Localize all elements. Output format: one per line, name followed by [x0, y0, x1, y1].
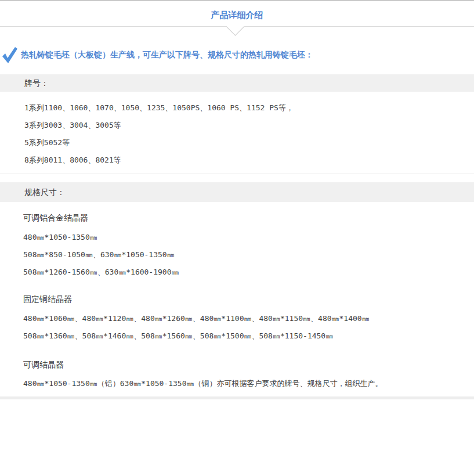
- section-header-spec: 规格尺寸：: [0, 182, 474, 202]
- bottom-divider: [0, 396, 474, 399]
- spec-subtitle: 固定铜结晶器: [23, 294, 429, 304]
- intro-text: 热轧铸锭毛坯（大板锭）生产线，可生产以下牌号、规格尺寸的热轧用铸锭毛坯：: [21, 49, 462, 60]
- section-divider: [0, 174, 474, 174]
- top-border: [0, 0, 474, 1]
- check-icon: [2, 46, 18, 64]
- brand-line: 5系列5052等: [24, 138, 465, 148]
- spec-line: 480㎜*1050-1350㎜: [23, 232, 464, 243]
- spec-line: 508㎜*1260-1560㎜、630㎜*1600-1900㎜: [23, 267, 464, 277]
- spec-subtitle: 可调铝合金结晶器: [23, 212, 429, 223]
- product-detail-page: 产品详细介绍 热轧铸锭毛坯（大板锭）生产线，可生产以下牌号、规格尺寸的热轧用铸锭…: [0, 0, 474, 476]
- section-header-brand: 牌号：: [0, 74, 474, 92]
- spec-line: 508㎜*1360㎜、508㎜*1460㎜、508㎜*1560㎜、508㎜*15…: [23, 331, 464, 341]
- spec-line: 508㎜*850-1050㎜、630㎜*1050-1350㎜: [23, 250, 464, 260]
- spec-line: 480㎜*1050-1350㎜（铝）630㎜*1050-1350㎜（铜）亦可根据…: [23, 378, 464, 389]
- spec-line: 480㎜*1060㎜、480㎜*1120㎜、480㎜*1260㎜、480㎜*11…: [23, 313, 464, 324]
- brand-line: 8系列8011、8006、8021等: [24, 155, 465, 165]
- brand-line: 3系列3003、3004、3005等: [24, 120, 465, 131]
- brand-line: 1系列1100、1060、1070、1050、1235、1050PS、1060 …: [24, 103, 465, 113]
- spec-subtitle: 可调结晶器: [23, 359, 429, 370]
